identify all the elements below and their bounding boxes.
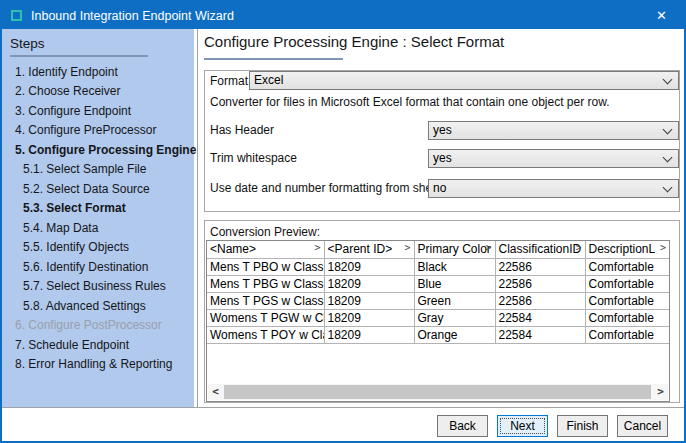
preview-table: <Name>> <Parent ID>> Primary Color> Clas… — [207, 241, 669, 344]
step-configure-preprocessor: 4. Configure PreProcessor — [2, 121, 194, 141]
horizontal-scrollbar[interactable]: < > — [208, 384, 668, 400]
has-header-label: Has Header — [210, 123, 274, 137]
column-header-name[interactable]: <Name>> — [207, 241, 324, 258]
column-header-primary-color[interactable]: Primary Color> — [414, 241, 495, 258]
column-arrow-icon[interactable]: > — [485, 242, 491, 253]
steps-title: Steps — [10, 36, 194, 51]
preview-scrollpane: <Name>> <Parent ID>> Primary Color> Clas… — [206, 240, 670, 402]
column-header-description[interactable]: DescriptionL> — [585, 241, 669, 258]
next-button[interactable]: Next — [497, 415, 548, 437]
step-error-handling-reporting: 8. Error Handling & Reporting — [2, 355, 194, 375]
titlebar: Inbound Integration Endpoint Wizard ✕ — [2, 2, 684, 29]
trim-whitespace-select[interactable]: yes — [428, 149, 679, 168]
step-map-data: 5.4. Map Data — [2, 218, 194, 238]
steps-title-underline — [10, 55, 148, 57]
step-select-format: 5.3. Select Format — [2, 199, 194, 219]
cell: Mens T PGS w Class — [207, 292, 324, 309]
dropdown-chevron-icon — [663, 75, 673, 85]
cell: Comfortable — [585, 258, 669, 275]
table-row: Womens T POY w Class 18209 Orange 22584 … — [207, 326, 669, 343]
page-title-underline — [204, 58, 343, 60]
cell: Womens T POY w Class — [207, 326, 324, 343]
cell: Comfortable — [585, 275, 669, 292]
format-select-value: Excel — [254, 73, 283, 87]
cell: Green — [414, 292, 495, 309]
page-title: Configure Processing Engine : Select For… — [204, 33, 504, 50]
panel-divider — [197, 29, 198, 407]
cell: Comfortable — [585, 292, 669, 309]
cell: 22586 — [495, 275, 585, 292]
cell: Gray — [414, 309, 495, 326]
column-arrow-icon[interactable]: > — [314, 242, 320, 253]
format-group: Format Excel Converter for files in Micr… — [204, 70, 680, 212]
step-configure-processing-engine: 5. Configure Processing Engine — [2, 140, 194, 160]
column-arrow-icon[interactable]: > — [404, 242, 410, 253]
step-select-data-source: 5.2. Select Data Source — [2, 179, 194, 199]
table-row: Mens T PGS w Class 18209 Green 22586 Com… — [207, 292, 669, 309]
table-row: Womens T PGW w Class 18209 Gray 22584 Co… — [207, 309, 669, 326]
format-select[interactable]: Excel — [249, 71, 679, 90]
preview-group: Conversion Preview: <Name>> <Parent ID>>… — [204, 220, 680, 403]
cancel-button[interactable]: Cancel — [617, 415, 668, 437]
date-number-formatting-value: no — [433, 181, 446, 195]
app-icon — [11, 10, 22, 21]
window-title: Inbound Integration Endpoint Wizard — [31, 9, 234, 23]
date-number-formatting-select[interactable]: no — [428, 179, 679, 198]
column-header-parent-id[interactable]: <Parent ID>> — [324, 241, 414, 258]
cell: 22584 — [495, 326, 585, 343]
format-description: Converter for files in Microsoft Excel f… — [210, 95, 610, 109]
step-identify-objects: 5.5. Identify Objects — [2, 238, 194, 258]
dropdown-chevron-icon — [663, 125, 673, 135]
step-configure-endpoint: 3. Configure Endpoint — [2, 101, 194, 121]
dropdown-chevron-icon — [663, 183, 673, 193]
scroll-right-icon[interactable]: > — [653, 384, 668, 400]
step-configure-postprocessor: 6. Configure PostProcessor — [2, 316, 194, 336]
footer-separator — [2, 407, 684, 408]
column-header-classification-id[interactable]: ClassificationID> — [495, 241, 585, 258]
step-choose-receiver: 2. Choose Receiver — [2, 82, 194, 102]
trim-whitespace-label: Trim whitespace — [210, 151, 297, 165]
step-advanced-settings: 5.8. Advanced Settings — [2, 296, 194, 316]
table-row: Mens T PBO w Class 18209 Black 22586 Com… — [207, 258, 669, 275]
table-row: Mens T PBG w Class 18209 Blue 22586 Comf… — [207, 275, 669, 292]
dropdown-chevron-icon — [663, 153, 673, 163]
close-icon: ✕ — [656, 8, 667, 23]
cell: 22584 — [495, 309, 585, 326]
cell: Orange — [414, 326, 495, 343]
date-number-formatting-label: Use date and number formatting from shee… — [210, 181, 442, 195]
cell: 18209 — [324, 309, 414, 326]
step-select-business-rules: 5.7. Select Business Rules — [2, 277, 194, 297]
step-identify-destination: 5.6. Identify Destination — [2, 257, 194, 277]
scroll-left-icon[interactable]: < — [208, 384, 223, 400]
cell: 22586 — [495, 292, 585, 309]
column-arrow-icon[interactable]: > — [660, 242, 666, 253]
finish-button[interactable]: Finish — [557, 415, 608, 437]
cell: 18209 — [324, 258, 414, 275]
cell: 18209 — [324, 326, 414, 343]
trim-whitespace-value: yes — [433, 151, 452, 165]
table-header-row: <Name>> <Parent ID>> Primary Color> Clas… — [207, 241, 669, 258]
step-identify-endpoint: 1. Identify Endpoint — [2, 62, 194, 82]
cell: Comfortable — [585, 309, 669, 326]
has-header-select[interactable]: yes — [428, 121, 679, 140]
preview-label: Conversion Preview: — [210, 225, 320, 239]
cell: Blue — [414, 275, 495, 292]
cell: Black — [414, 258, 495, 275]
step-select-sample-file: 5.1. Select Sample File — [2, 160, 194, 180]
step-schedule-endpoint: 7. Schedule Endpoint — [2, 335, 194, 355]
cell: 18209 — [324, 292, 414, 309]
cell: Mens T PBG w Class — [207, 275, 324, 292]
scrollbar-thumb[interactable] — [224, 385, 651, 399]
back-button[interactable]: Back — [437, 415, 488, 437]
cell: 18209 — [324, 275, 414, 292]
cell: Mens T PBO w Class — [207, 258, 324, 275]
cell: Comfortable — [585, 326, 669, 343]
cell: 22586 — [495, 258, 585, 275]
steps-list: 1. Identify Endpoint 2. Choose Receiver … — [2, 62, 194, 374]
has-header-value: yes — [433, 123, 452, 137]
format-label: Format — [210, 74, 248, 88]
cell: Womens T PGW w Class — [207, 309, 324, 326]
close-button[interactable]: ✕ — [639, 2, 684, 29]
steps-panel: Steps 1. Identify Endpoint 2. Choose Rec… — [2, 29, 194, 407]
column-arrow-icon[interactable]: > — [575, 242, 581, 253]
